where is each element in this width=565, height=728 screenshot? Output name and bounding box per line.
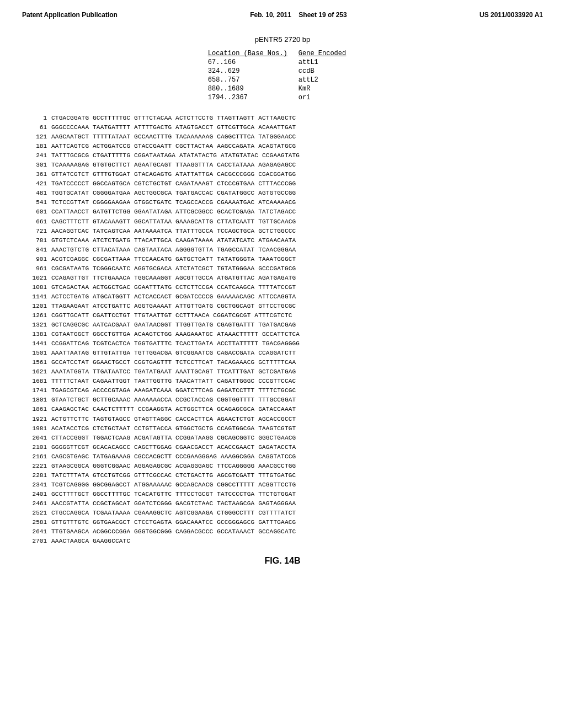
seq-line-number: 1741 (22, 386, 47, 395)
sequence-line: 1561GCCATCCTAT GGAACTGCCT CGGTGAGTTT TCT… (22, 358, 543, 367)
location-row-1: 67..166 attL1 (208, 58, 357, 67)
seq-line-data: CAGCTTTCTT GTACAAAGTT GGCATTATAA GAAAGCA… (51, 217, 296, 227)
seq-line-number: 961 (22, 264, 47, 274)
seq-line-number: 481 (22, 189, 47, 198)
seq-line-data: TGAGCGTCAG ACCCCGTAGA AAAGATCAAA GGATCTT… (51, 386, 296, 395)
seq-line-data: ACTGTTCTTC TAGTGTAGCC GTAGTTAGGC CACCACT… (51, 415, 296, 424)
seq-line-data: AAATTAATAG GTTGTATTGA TGTTGGACGA GTCGGAA… (51, 349, 296, 358)
seq-line-number: 1681 (22, 377, 47, 386)
seq-line-data: GTGTCTCAAA ATCTCTGATG TTACATTGCA CAAGATA… (51, 236, 296, 245)
sequence-line: 2521CTGCCAGGCA TCGAATAAAA CGAAAGGCTC AGT… (22, 508, 543, 518)
seq-line-data: CTGCCAGGCA TCGAATAAAA CGAAAGGCTC AGTCGGA… (51, 508, 296, 518)
seq-line-number: 1861 (22, 405, 47, 414)
seq-line-number: 2221 (22, 462, 47, 471)
seq-line-number: 1021 (22, 274, 47, 283)
header-date: Feb. 10, 2011 Sheet 19 of 253 (250, 11, 347, 19)
seq-line-data: TATCTTTATA GTCCTGTCGG GTTTCGCCAC CTCTGAC… (51, 471, 296, 480)
page-header: Patent Application Publication Feb. 10, … (22, 11, 543, 19)
sequence-line: 2581GTTGTTTGTC GGTGAACGCT CTCCTGAGTA GGA… (22, 518, 543, 527)
seq-line-data: AACAGGTCAC TATCAGTCAA AATAAAATCA TTATTTG… (51, 227, 296, 236)
seq-line-number: 2701 (22, 537, 47, 546)
seq-line-number: 1621 (22, 367, 47, 377)
sequence-line: 721AACAGGTCAC TATCAGTCAA AATAAAATCA TTAT… (22, 227, 543, 236)
sequence-line: 1921ACTGTTCTTC TAGTGTAGCC GTAGTTAGGC CAC… (22, 415, 543, 424)
seq-line-data: CCGGATTCAG TCGTCACTCA TGGTGATTTC TCACTTG… (51, 339, 300, 349)
location-4: 880..1689 (208, 84, 299, 93)
seq-line-number: 2581 (22, 518, 47, 527)
seq-line-number: 61 (22, 123, 47, 132)
sequence-section: 1CTGACGGATG GCCTTTTTGC GTTTCTACAA ACTCTT… (22, 114, 543, 546)
sequence-line: 361GTTATCGTCT GTTTGTGGAT GTACAGAGTG ATAT… (22, 170, 543, 179)
sequence-line: 1381CGTAATGGCT GGCCTGTTGA ACAAGTCTGG AAA… (22, 330, 543, 339)
seq-line-number: 1801 (22, 395, 47, 405)
seq-line-data: AACCGTATTA CCGCTAGCAT GGATCTCGGG GACGTCT… (51, 499, 296, 508)
seq-line-data: TGATCCCCCT GGCCAGTGCA CGTCTGCTGT CAGATAA… (51, 179, 296, 189)
sequence-line: 241TATTTGCGCG CTGATTTTTG CGGATAATAGA ATA… (22, 151, 543, 160)
seq-line-data: CTGACGGATG GCCTTTTTGC GTTTCTACAA ACTCTTC… (51, 114, 296, 123)
seq-line-data: CCAGAGTTGT TTCTGAAACA TGGCAAAGGT AGCGTTG… (51, 274, 296, 283)
seq-line-number: 1981 (22, 424, 47, 433)
seq-line-data: GTTATCGTCT GTTTGTGGAT GTACAGAGTG ATATTAT… (51, 170, 296, 179)
seq-line-data: TCGTCAGGGG GGCGGAGCCT ATGGAAAAAC GCCAGCA… (51, 480, 296, 490)
seq-line-data: CCATTAACCT GATGTTCTGG GGAATATAGA ATTCGCG… (51, 207, 296, 217)
seq-line-number: 721 (22, 227, 47, 236)
seq-line-number: 1201 (22, 302, 47, 311)
sequence-line: 1021CCAGAGTTGT TTCTGAAACA TGGCAAAGGT AGC… (22, 274, 543, 283)
sequence-line: 901ACGTCGAGGC CGCGATTAAA TTCCAACATG GATG… (22, 255, 543, 264)
seq-line-number: 1141 (22, 292, 47, 302)
seq-line-number: 2161 (22, 452, 47, 462)
seq-line-number: 301 (22, 160, 47, 170)
sequence-line: 2641TTGTGAAGCA ACGGCCCGGA GGGTGGCGGG CAG… (22, 527, 543, 537)
seq-line-number: 1261 (22, 311, 47, 320)
seq-line-data: CAGCGTGAGC TATGAGAAAG CGCCACGCTT CCCGAAG… (51, 452, 296, 462)
seq-line-data: AAATATGGTA TTGATAATCC TGATATGAAT AAATTGC… (51, 367, 296, 377)
seq-line-data: GGGGGTTCGT GCACACAGCC CAGCTTGGAG CGAACGA… (51, 443, 296, 452)
seq-line-number: 1561 (22, 358, 47, 367)
sequence-line: 961CGCGATAATG TCGGGCAATC AGGTGCGACA ATCT… (22, 264, 543, 274)
sequence-line: 1081GTCAGACTAA ACTGGCTGAC GGAATTTATG CCT… (22, 283, 543, 292)
sequence-line: 1741TGAGCGTCAG ACCCCGTAGA AAAGATCAAA GGA… (22, 386, 543, 395)
sequence-line: 2461AACCGTATTA CCGCTAGCAT GGATCTCGGG GAC… (22, 499, 543, 508)
location-row-3: 658..757 attL2 (208, 76, 357, 84)
sequence-line: 2701AAACTAAGCA GAAGGCCATC (22, 537, 543, 546)
sequence-line: 1801GTAATCTGCT GCTTGCAAAC AAAAAAACCA CCG… (22, 395, 543, 405)
sequence-line: 1CTGACGGATG GCCTTTTTGC GTTTCTACAA ACTCTT… (22, 114, 543, 123)
sequence-line: 61GGGCCCCAAA TAATGATTTT ATTTTGACTG ATAGT… (22, 123, 543, 132)
sequence-line: 421TGATCCCCCT GGCCAGTGCA CGTCTGCTGT CAGA… (22, 179, 543, 189)
sequence-line: 121AAGCAATGCT TTTTTATAAT GCCAACTTTG TACA… (22, 132, 543, 142)
sequence-line: 1141ACTCCTGATG ATGCATGGTT ACTCACCACT GCG… (22, 292, 543, 302)
location-1: 67..166 (208, 58, 299, 67)
seq-line-number: 2461 (22, 499, 47, 508)
seq-line-data: TCTCCGTTAT CGGGGAAGAA GTGGCTGATC TCAGCCA… (51, 198, 296, 207)
location-row-4: 880..1689 KmR (208, 84, 357, 93)
sequence-line: 1501AAATTAATAG GTTGTATTGA TGTTGGACGA GTC… (22, 349, 543, 358)
seq-line-data: GTTGTTTGTC GGTGAACGCT CTCCTGAGTA GGACAAA… (51, 518, 296, 527)
seq-line-data: CGGTTGCATT CGATTCCTGT TTGTAATTGT CCTTTAA… (51, 311, 292, 320)
sequence-line: 781GTGTCTCAAA ATCTCTGATG TTACATTGCA CAAG… (22, 236, 543, 245)
sequence-line: 2281TATCTTTATA GTCCTGTCGG GTTTCGCCAC CTC… (22, 471, 543, 480)
seq-line-number: 2401 (22, 490, 47, 499)
location-col-header: Location (Base Nos.) (208, 49, 299, 58)
gene-5: ori (299, 93, 357, 102)
seq-line-number: 181 (22, 142, 47, 151)
seq-line-number: 361 (22, 170, 47, 179)
seq-line-number: 2101 (22, 443, 47, 452)
seq-line-number: 1921 (22, 415, 47, 424)
seq-line-data: CGTAATGGCT GGCCTGTTGA ACAAGTCTGG AAAGAAA… (51, 330, 300, 339)
seq-line-number: 841 (22, 245, 47, 255)
seq-line-number: 601 (22, 207, 47, 217)
gene-3: attL2 (299, 76, 357, 84)
sequence-line: 2341TCGTCAGGGG GGCGGAGCCT ATGGAAAAAC GCC… (22, 480, 543, 490)
plasmid-info-section: pENTR5 2720 bp Location (Base Nos.) Gene… (22, 35, 543, 104)
plasmid-name: pENTR5 2720 bp (22, 35, 543, 44)
seq-line-number: 2641 (22, 527, 47, 537)
seq-line-data: GGGCCCCAAA TAATGATTTT ATTTTGACTG ATAGTGA… (51, 123, 296, 132)
sequence-line: 1321GCTCAGGCGC AATCACGAAT GAATAACGGT TTG… (22, 320, 543, 330)
sequence-line: 1261CGGTTGCATT CGATTCCTGT TTGTAATTGT CCT… (22, 311, 543, 320)
seq-line-data: TGGTGCATAT CGGGGATGAA AGCTGGCGCA TGATGAC… (51, 189, 296, 198)
seq-line-number: 2281 (22, 471, 47, 480)
location-5: 1794..2367 (208, 93, 299, 102)
seq-line-data: ACGTCGAGGC CGCGATTAAA TTCCAACATG GATGCTG… (51, 255, 296, 264)
sequence-line: 2101GGGGGTTCGT GCACACAGCC CAGCTTGGAG CGA… (22, 443, 543, 452)
seq-line-data: GCCTTTTGCT GGCCTTTTGC TCACATGTTC TTTCCTG… (51, 490, 296, 499)
